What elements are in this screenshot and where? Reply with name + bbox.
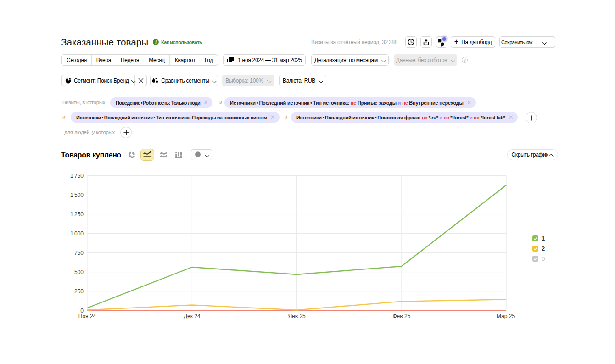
svg-text:1 000: 1 000: [70, 230, 84, 237]
svg-text:Дек 24: Дек 24: [184, 313, 201, 319]
svg-text:1 250: 1 250: [70, 211, 84, 218]
svg-text:i: i: [155, 40, 157, 45]
svg-text:Ноя 24: Ноя 24: [78, 313, 96, 319]
svg-text:1 750: 1 750: [70, 173, 84, 179]
svg-text:Фев 25: Фев 25: [392, 313, 410, 319]
svg-text:500: 500: [74, 269, 84, 275]
svg-text:250: 250: [74, 288, 84, 295]
svg-text:Янв 25: Янв 25: [288, 313, 306, 319]
svg-text:Мар 25: Мар 25: [497, 313, 515, 319]
svg-text:750: 750: [74, 250, 84, 256]
svg-text:1 500: 1 500: [70, 192, 84, 198]
